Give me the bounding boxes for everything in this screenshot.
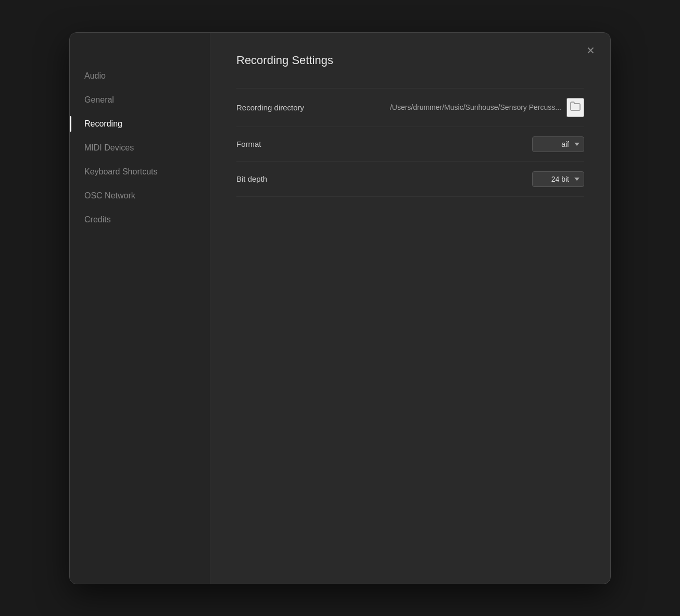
sidebar-item-audio[interactable]: Audio xyxy=(70,64,210,88)
sidebar-item-label: OSC Network xyxy=(84,191,135,200)
sidebar-item-label: MIDI Devices xyxy=(84,143,134,153)
sidebar-item-label: Recording xyxy=(84,119,122,129)
sidebar: Audio General Recording MIDI Devices Key… xyxy=(70,33,210,584)
sidebar-item-midi-devices[interactable]: MIDI Devices xyxy=(70,136,210,160)
format-label: Format xyxy=(236,140,261,148)
recording-directory-label: Recording directory xyxy=(236,103,304,112)
sidebar-item-general[interactable]: General xyxy=(70,88,210,112)
sidebar-item-label: Keyboard Shortcuts xyxy=(84,167,158,177)
bit-depth-row: Bit depth 16 bit 24 bit 32 bit xyxy=(236,162,584,197)
sidebar-item-credits[interactable]: Credits xyxy=(70,208,210,232)
sidebar-item-recording[interactable]: Recording xyxy=(70,112,210,136)
bit-depth-value-area: 16 bit 24 bit 32 bit xyxy=(532,171,584,187)
close-button[interactable]: ✕ xyxy=(583,43,598,58)
browse-folder-button[interactable] xyxy=(566,98,584,117)
settings-dialog: Audio General Recording MIDI Devices Key… xyxy=(69,32,611,584)
bit-depth-select[interactable]: 16 bit 24 bit 32 bit xyxy=(532,171,584,187)
format-select[interactable]: aif wav mp3 xyxy=(532,136,584,152)
format-row: Format aif wav mp3 xyxy=(236,127,584,162)
format-value-area: aif wav mp3 xyxy=(532,136,584,152)
settings-section: Recording directory /Users/drummer/Music… xyxy=(236,88,584,197)
page-title: Recording Settings xyxy=(236,54,584,67)
main-content: ✕ Recording Settings Recording directory… xyxy=(210,33,610,584)
recording-directory-value-area: /Users/drummer/Music/Sunhouse/Sensory Pe… xyxy=(390,98,584,117)
sidebar-item-label: Credits xyxy=(84,215,111,224)
sidebar-item-label: General xyxy=(84,95,114,105)
recording-directory-row: Recording directory /Users/drummer/Music… xyxy=(236,88,584,127)
sidebar-item-osc-network[interactable]: OSC Network xyxy=(70,184,210,208)
bit-depth-label: Bit depth xyxy=(236,174,267,183)
sidebar-item-label: Audio xyxy=(84,71,106,81)
recording-directory-path: /Users/drummer/Music/Sunhouse/Sensory Pe… xyxy=(390,103,561,111)
sidebar-item-keyboard-shortcuts[interactable]: Keyboard Shortcuts xyxy=(70,160,210,184)
